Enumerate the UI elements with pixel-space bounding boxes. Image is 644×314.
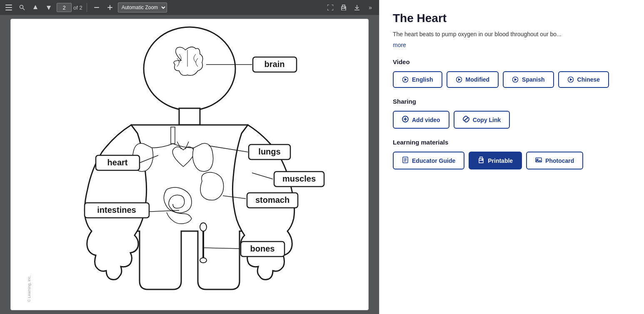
svg-point-11 [344,7,345,8]
learning-section: Learning materials Educator Guide Printa… [393,139,631,169]
video-section-label: Video [393,58,631,65]
svg-marker-50 [570,78,572,81]
chinese-label: Chinese [577,76,600,83]
svg-marker-44 [404,78,407,81]
svg-text:© Learning, Inc.: © Learning, Inc. [27,275,31,302]
svg-rect-9 [107,7,112,8]
fullscreen-button[interactable] [325,2,336,13]
printable-icon [478,157,484,164]
svg-text:bones: bones [250,244,275,253]
page-number-input[interactable] [57,3,72,12]
photocard-button[interactable]: Photocard [526,152,583,169]
spanish-play-icon [512,76,519,83]
svg-rect-59 [479,160,483,163]
modified-video-button[interactable]: Modified [447,71,499,88]
next-page-button[interactable] [43,2,54,13]
copy-link-icon [463,116,469,124]
sharing-button-row: Add video Copy Link [393,111,631,129]
svg-point-19 [200,223,207,231]
pdf-toolbar: of 2 Automatic Zoom [0,0,379,15]
photocard-label: Photocard [545,157,574,164]
learning-section-label: Learning materials [393,139,631,146]
search-button[interactable] [17,2,27,13]
svg-rect-14 [179,108,200,125]
educator-guide-icon [402,157,409,164]
svg-point-60 [482,159,483,160]
stomach-drawing [200,172,224,200]
svg-point-20 [200,258,207,263]
add-video-label: Add video [412,117,440,123]
english-label: English [412,76,433,83]
photocard-icon [535,157,542,164]
svg-text:brain: brain [265,60,285,69]
zoom-select[interactable]: Automatic Zoom [118,2,167,12]
more-button[interactable]: » [365,2,376,13]
svg-rect-7 [94,7,99,8]
svg-rect-2 [5,10,12,10]
body-diagram-svg: brain heart lungs muscles intestines sto… [15,23,364,306]
svg-text:intestines: intestines [97,205,136,214]
prev-page-button[interactable] [30,2,41,13]
chinese-play-icon [567,76,574,83]
print-button[interactable] [338,2,349,13]
modified-label: Modified [466,76,490,83]
pdf-viewer: of 2 Automatic Zoom [0,0,379,314]
svg-rect-0 [5,5,12,5]
svg-marker-5 [33,5,37,9]
svg-rect-17 [171,127,175,144]
page-title: The Heart [393,12,631,25]
modified-play-icon [456,76,462,83]
pdf-page: brain heart lungs muscles intestines sto… [10,19,369,310]
svg-text:stomach: stomach [255,195,290,204]
pdf-content: brain heart lungs muscles intestines sto… [0,15,379,314]
svg-marker-6 [47,6,51,10]
svg-text:heart: heart [107,158,128,167]
svg-line-4 [23,8,25,10]
educator-guide-label: Educator Guide [412,157,455,164]
svg-text:muscles: muscles [282,174,316,183]
video-section: Video English Modified Spanish [393,58,631,88]
english-play-icon [402,76,409,83]
more-link[interactable]: more [393,42,406,48]
page-total: of 2 [73,5,82,11]
copy-link-label: Copy Link [473,117,501,123]
svg-rect-1 [5,7,12,8]
zoom-out-button[interactable] [91,2,102,13]
printable-button[interactable]: Printable [469,152,522,169]
sharing-section: Sharing Add video Copy Link [393,98,631,129]
zoom-in-button[interactable] [105,2,115,13]
page-indicator: of 2 [57,3,82,12]
learning-button-row: Educator Guide Printable Photocard [393,152,631,169]
svg-rect-10 [342,8,346,10]
more-icon: » [369,4,372,11]
video-button-row: English Modified Spanish Chinese [393,71,631,88]
printable-label: Printable [488,157,513,164]
english-video-button[interactable]: English [393,71,442,88]
svg-line-54 [465,118,467,120]
sharing-section-label: Sharing [393,98,631,105]
svg-marker-46 [458,78,461,81]
svg-point-3 [20,5,23,9]
info-panel: The Heart The heart beats to pump oxygen… [379,0,644,314]
svg-text:lungs: lungs [258,147,280,156]
sidebar-toggle-button[interactable] [3,2,14,13]
add-video-button[interactable]: Add video [393,111,449,129]
spanish-label: Spanish [522,76,544,83]
download-button[interactable] [352,2,362,13]
svg-marker-48 [514,78,517,81]
info-description: The heart beats to pump oxygen in our bl… [393,30,631,39]
separator-1 [87,3,87,12]
add-video-icon [402,116,409,124]
copy-link-button[interactable]: Copy Link [454,111,510,129]
educator-guide-button[interactable]: Educator Guide [393,152,464,169]
chinese-video-button[interactable]: Chinese [558,71,609,88]
spanish-video-button[interactable]: Spanish [503,71,554,88]
